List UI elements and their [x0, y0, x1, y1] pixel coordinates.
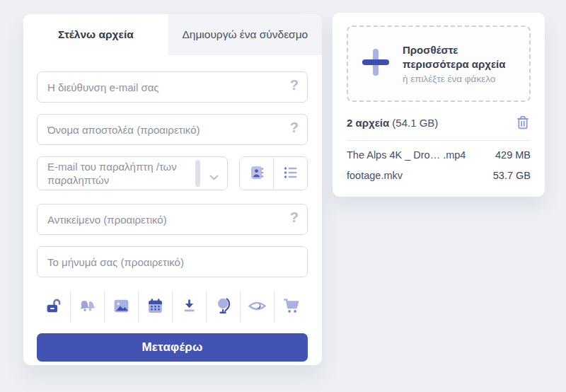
download-icon — [180, 297, 198, 318]
option-language[interactable] — [206, 292, 240, 323]
recipients-scrollbar[interactable] — [195, 160, 200, 187]
tab-create-link[interactable]: Δημιουργώ ένα σύνδεσμο — [168, 14, 322, 55]
file-name: footage.mkv — [347, 170, 403, 181]
tab-send-files[interactable]: Στέλνω αρχεία — [23, 14, 168, 55]
help-icon[interactable]: ? — [290, 210, 299, 224]
help-icon[interactable]: ? — [290, 120, 299, 134]
subject-input[interactable] — [37, 204, 308, 235]
subject-field-wrap: ? — [37, 204, 308, 235]
list-icon — [282, 164, 299, 183]
calendar-icon — [146, 297, 164, 318]
delete-all-button[interactable] — [515, 114, 531, 131]
files-divider — [347, 140, 531, 141]
option-expiration[interactable] — [138, 292, 172, 323]
cart-icon — [282, 296, 301, 318]
address-book-icon — [248, 164, 265, 183]
transfer-button[interactable]: Μεταφέρω — [37, 333, 308, 362]
file-row: footage.mkv 53.7 GB — [347, 170, 531, 181]
file-size: 53.7 GB — [493, 170, 531, 181]
add-files-dropzone[interactable]: Προσθέστε περισσότερα αρχεία ή επιλέξτε … — [347, 25, 531, 102]
recipients-tools — [239, 156, 308, 190]
sender-name-input[interactable] — [37, 114, 308, 145]
help-icon[interactable]: ? — [290, 78, 299, 92]
eye-icon — [248, 297, 267, 318]
files-count-number: 2 αρχεία — [347, 117, 389, 129]
files-count: 2 αρχεία (54.1 GB) — [347, 117, 438, 129]
file-row: The Alps 4K _ Dro… .mp4 429 MB — [347, 149, 531, 161]
message-field-wrap — [37, 246, 308, 277]
recipients-list-button[interactable] — [273, 157, 307, 190]
add-files-title: Προσθέστε περισσότερα αρχεία — [403, 43, 521, 71]
tabbar: Στέλνω αρχεία Δημιουργώ ένα σύνδεσμο — [23, 14, 322, 55]
sender-name-field-wrap: ? — [37, 114, 308, 145]
recipients-row: E-mail του παραλήπτη /των παραληπτών — [37, 156, 308, 190]
sender-email-field-wrap: ? — [37, 71, 308, 103]
transfer-form: ? ? E-mail του παραλήπτη /των παραληπτών — [23, 55, 322, 362]
sender-email-input[interactable] — [37, 71, 308, 103]
file-name: The Alps 4K _ Dro… .mp4 — [347, 149, 466, 161]
unlock-icon — [45, 297, 62, 318]
chevron-down-icon — [209, 171, 219, 183]
option-preview[interactable] — [240, 292, 274, 323]
image-icon — [112, 297, 130, 318]
option-notifications[interactable] — [70, 292, 104, 323]
option-cart[interactable] — [274, 292, 308, 323]
recipients-placeholder: E-mail του παραλήπτη /των παραληπτών — [47, 161, 193, 188]
options-toolbar — [37, 292, 308, 323]
files-header: 2 αρχεία (54.1 GB) — [347, 114, 531, 131]
dropzone-text: Προσθέστε περισσότερα αρχεία ή επιλέξτε … — [403, 43, 521, 84]
option-gallery[interactable] — [104, 292, 138, 323]
option-download[interactable] — [172, 292, 206, 323]
option-password[interactable] — [37, 292, 70, 323]
files-total-size: (54.1 GB) — [392, 117, 438, 129]
plus-icon — [359, 46, 392, 81]
trash-icon — [515, 122, 531, 133]
bells-icon — [78, 297, 97, 318]
add-files-subtitle: ή επιλέξτε ένα φάκελο — [403, 74, 521, 84]
address-book-button[interactable] — [240, 157, 273, 190]
transfer-form-card: Στέλνω αρχεία Δημιουργώ ένα σύνδεσμο ? ?… — [23, 14, 322, 365]
message-input[interactable] — [37, 246, 308, 277]
upload-panel-card: Προσθέστε περισσότερα αρχεία ή επιλέξτε … — [333, 13, 545, 197]
file-size: 429 MB — [495, 149, 531, 161]
globe-icon — [214, 296, 233, 318]
recipients-combobox[interactable]: E-mail του παραλήπτη /των παραληπτών — [37, 156, 228, 190]
